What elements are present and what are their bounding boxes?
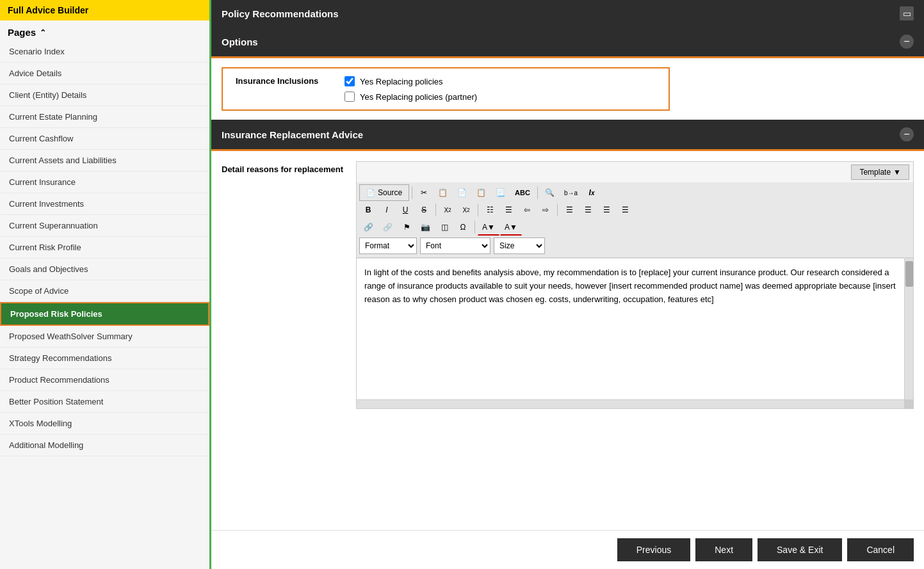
source-button[interactable]: 📄 Source bbox=[359, 184, 409, 201]
options-toggle-button[interactable]: − bbox=[900, 35, 914, 49]
superscript-button[interactable]: X2 bbox=[457, 202, 475, 218]
cut-button[interactable]: ✂ bbox=[415, 184, 433, 201]
nav-list: Scenario IndexAdvice DetailsClient (Enti… bbox=[0, 41, 209, 456]
insurance-replacement-title: Insurance Replacement Advice bbox=[222, 129, 363, 140]
italic-button[interactable]: I bbox=[378, 202, 396, 218]
options-title: Options bbox=[222, 36, 258, 47]
options-section-header: Options − bbox=[211, 27, 924, 58]
pages-header: Pages ⌃ bbox=[0, 20, 209, 41]
toolbar-row-2: B I U S X2 X2 ☷ ☰ ⇦ ⇨ ☰ ☰ ☰ ☰ bbox=[359, 202, 911, 218]
paste-word-button[interactable]: 📃 bbox=[491, 184, 510, 201]
sidebar-item-proposed-risk-policies[interactable]: Proposed Risk Policies bbox=[0, 302, 209, 326]
sidebar-item-proposed-weathsolver-summary[interactable]: Proposed WeathSolver Summary bbox=[0, 326, 209, 348]
link-button[interactable]: 🔗 bbox=[359, 219, 378, 236]
insurance-replacement-header: Insurance Replacement Advice − bbox=[211, 120, 924, 151]
underline-button[interactable]: U bbox=[396, 202, 414, 218]
align-justify-button[interactable]: ☰ bbox=[616, 202, 634, 218]
bottom-bar: Previous Next Save & Exit Cancel bbox=[211, 530, 924, 569]
strikethrough-button[interactable]: S bbox=[415, 202, 433, 218]
replacement-body: Detail reasons for replacement Template … bbox=[211, 151, 924, 419]
toolbar-row-4: Format Font Size bbox=[359, 236, 911, 255]
save-exit-button[interactable]: Save & Exit bbox=[758, 538, 842, 561]
decrease-indent-button[interactable]: ⇦ bbox=[518, 202, 536, 218]
separator-4 bbox=[478, 204, 478, 216]
sidebar-item-scenario-index[interactable]: Scenario Index bbox=[0, 41, 209, 63]
editor-toolbar: 📄 Source ✂ 📋 📄 📋 📃 ABC 🔍 b→a Ix bbox=[357, 182, 913, 258]
detail-reasons-label: Detail reasons for replacement bbox=[222, 161, 343, 174]
special-char-button[interactable]: Ω bbox=[454, 219, 472, 236]
checkbox-yes-replacing[interactable] bbox=[344, 76, 355, 86]
next-button[interactable]: Next bbox=[695, 538, 752, 561]
font-color-button[interactable]: A▼ bbox=[478, 219, 499, 236]
find-replace-button[interactable]: b→a bbox=[560, 184, 582, 201]
checkbox-yes-replacing-partner[interactable] bbox=[344, 92, 355, 102]
bg-color-button[interactable]: A▼ bbox=[500, 219, 522, 236]
sidebar-item-current-insurance[interactable]: Current Insurance bbox=[0, 172, 209, 193]
sidebar-item-current-investments[interactable]: Current Investments bbox=[0, 193, 209, 215]
policy-minimize-button[interactable]: ▭ bbox=[900, 6, 914, 20]
align-center-button[interactable]: ☰ bbox=[579, 202, 597, 218]
template-chevron-icon: ▼ bbox=[893, 168, 901, 177]
sidebar-item-current-cashflow[interactable]: Current Cashflow bbox=[0, 128, 209, 150]
spacer bbox=[211, 419, 924, 530]
format-select[interactable]: Format bbox=[359, 237, 417, 254]
app-title: Full Advice Builder bbox=[0, 0, 209, 20]
image-button[interactable]: 📷 bbox=[416, 219, 435, 236]
increase-indent-button[interactable]: ⇨ bbox=[537, 202, 555, 218]
editor-placeholder-product: [insert recommended product name] bbox=[609, 281, 743, 291]
sidebar-item-better-position-statement[interactable]: Better Position Statement bbox=[0, 391, 209, 413]
policy-recommendations-title: Policy Recommendations bbox=[222, 8, 339, 19]
ordered-list-button[interactable]: ☷ bbox=[481, 202, 499, 218]
editor-container: Template ▼ 📄 Source ✂ 📋 📄 📋 📃 bbox=[356, 161, 914, 409]
checkbox-yes-replacing-item[interactable]: Yes Replacing policies bbox=[344, 76, 477, 86]
sidebar-item-advice-details[interactable]: Advice Details bbox=[0, 63, 209, 84]
toolbar-row-1: 📄 Source ✂ 📋 📄 📋 📃 ABC 🔍 b→a Ix bbox=[359, 184, 911, 201]
paste-button[interactable]: 📄 bbox=[453, 184, 471, 201]
align-right-button[interactable]: ☰ bbox=[597, 202, 615, 218]
sidebar-item-goals-objectives[interactable]: Goals and Objectives bbox=[0, 259, 209, 280]
subscript-button[interactable]: X2 bbox=[439, 202, 457, 218]
sidebar-item-scope-of-advice[interactable]: Scope of Advice bbox=[0, 280, 209, 302]
table-button[interactable]: ◫ bbox=[435, 219, 453, 236]
editor-scroll-area: In light of the costs and benefits analy… bbox=[357, 258, 913, 399]
font-select[interactable]: Font bbox=[420, 237, 490, 254]
options-body: Insurance Inclusions Yes Replacing polic… bbox=[211, 58, 924, 120]
editor-placeholder-replace: [replace] bbox=[639, 268, 671, 277]
sidebar: Full Advice Builder Pages ⌃ Scenario Ind… bbox=[0, 0, 211, 569]
editor-horizontal-scrollbar[interactable] bbox=[357, 399, 913, 408]
sidebar-item-additional-modelling[interactable]: Additional Modelling bbox=[0, 435, 209, 456]
copy-button[interactable]: 📋 bbox=[434, 184, 452, 201]
remove-format-button[interactable]: Ix bbox=[583, 184, 601, 201]
checkbox-group: Yes Replacing policies Yes Replacing pol… bbox=[344, 76, 477, 102]
separator-1 bbox=[412, 186, 412, 199]
sidebar-item-current-superannuation[interactable]: Current Superannuation bbox=[0, 215, 209, 237]
editor-top-bar: Template ▼ bbox=[357, 162, 913, 182]
align-left-button[interactable]: ☰ bbox=[560, 202, 578, 218]
previous-button[interactable]: Previous bbox=[617, 538, 690, 561]
pages-chevron-icon: ⌃ bbox=[40, 28, 46, 37]
spell-check-button[interactable]: ABC bbox=[510, 184, 535, 201]
size-select[interactable]: Size bbox=[494, 237, 545, 254]
sidebar-item-strategy-recommendations[interactable]: Strategy Recommendations bbox=[0, 348, 209, 369]
cancel-button[interactable]: Cancel bbox=[847, 538, 914, 561]
sidebar-item-client-entity-details[interactable]: Client (Entity) Details bbox=[0, 84, 209, 106]
flag-button[interactable]: ⚑ bbox=[398, 219, 416, 236]
paste-text-button[interactable]: 📋 bbox=[472, 184, 490, 201]
find-button[interactable]: 🔍 bbox=[540, 184, 559, 201]
editor-text-prefix: In light of the costs and benefits analy… bbox=[364, 268, 639, 277]
unordered-list-button[interactable]: ☰ bbox=[499, 202, 517, 218]
checkbox-yes-replacing-partner-item[interactable]: Yes Replacing policies (partner) bbox=[344, 92, 477, 102]
editor-content-text: In light of the costs and benefits analy… bbox=[364, 266, 896, 306]
insurance-replacement-toggle-button[interactable]: − bbox=[900, 127, 914, 141]
template-button[interactable]: Template ▼ bbox=[851, 164, 909, 180]
editor-text-area[interactable]: In light of the costs and benefits analy… bbox=[357, 259, 904, 399]
sidebar-item-product-recommendations[interactable]: Product Recommendations bbox=[0, 369, 209, 391]
unlink-button[interactable]: 🔗 bbox=[378, 219, 397, 236]
sidebar-item-xtools-modelling[interactable]: XTools Modelling bbox=[0, 413, 209, 435]
bold-button[interactable]: B bbox=[359, 202, 377, 218]
source-icon: 📄 bbox=[366, 189, 375, 197]
sidebar-item-current-assets-liabilities[interactable]: Current Assets and Liabilities bbox=[0, 150, 209, 172]
sidebar-item-current-estate-planning[interactable]: Current Estate Planning bbox=[0, 106, 209, 128]
sidebar-item-current-risk-profile[interactable]: Current Risk Profile bbox=[0, 237, 209, 259]
editor-vertical-scrollbar[interactable] bbox=[904, 259, 913, 399]
